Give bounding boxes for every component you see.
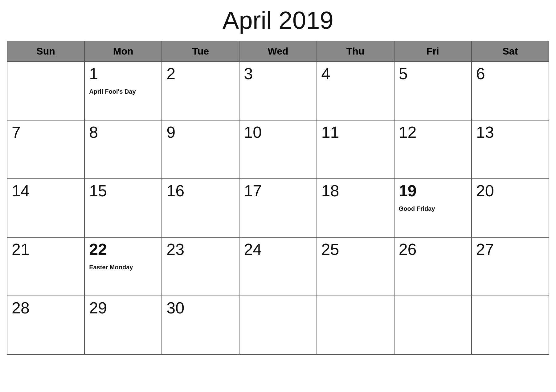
day-number: 8	[89, 124, 157, 141]
day-cell	[317, 296, 394, 354]
day-number: 28	[12, 299, 80, 317]
day-cell: 23	[162, 237, 239, 296]
day-cell: 16	[162, 179, 239, 237]
day-cell	[239, 296, 317, 354]
day-cell: 15	[84, 179, 162, 237]
calendar-container: April 2019 SunMonTueWedThuFriSat 1April …	[7, 6, 549, 355]
day-cell: 8	[84, 120, 162, 179]
day-cell: 26	[394, 237, 472, 296]
day-number: 5	[399, 65, 467, 83]
day-number: 9	[166, 124, 235, 141]
day-cell: 9	[162, 120, 239, 179]
day-number: 27	[476, 241, 544, 258]
day-cell: 10	[239, 120, 317, 179]
day-cell	[472, 296, 549, 354]
header-tue: Tue	[162, 41, 239, 62]
day-cell	[7, 62, 84, 120]
day-cell: 20	[472, 179, 549, 237]
holiday-label: Easter Monday	[89, 264, 157, 271]
day-number: 21	[12, 241, 80, 258]
day-number: 3	[244, 65, 312, 83]
day-number: 25	[321, 241, 390, 258]
day-cell: 6	[472, 62, 549, 120]
day-cell: 5	[394, 62, 472, 120]
day-cell: 28	[7, 296, 84, 354]
day-cell: 19Good Friday	[394, 179, 472, 237]
day-cell: 22Easter Monday	[84, 237, 162, 296]
header-thu: Thu	[317, 41, 394, 62]
day-cell: 3	[239, 62, 317, 120]
day-number: 29	[89, 299, 157, 317]
header-row: SunMonTueWedThuFriSat	[7, 41, 549, 62]
week-row-3: 141516171819Good Friday20	[7, 179, 549, 237]
day-number: 19	[399, 182, 467, 200]
day-number: 18	[321, 182, 390, 200]
day-number: 16	[166, 182, 235, 200]
day-number: 20	[476, 182, 544, 200]
holiday-label: Good Friday	[399, 205, 467, 212]
holiday-label: April Fool's Day	[89, 88, 157, 95]
day-cell: 29	[84, 296, 162, 354]
header-sun: Sun	[7, 41, 84, 62]
day-number: 10	[244, 124, 312, 141]
calendar-title: April 2019	[7, 6, 549, 35]
day-cell: 17	[239, 179, 317, 237]
day-cell: 7	[7, 120, 84, 179]
day-number: 12	[399, 124, 467, 141]
day-cell: 12	[394, 120, 472, 179]
day-cell: 27	[472, 237, 549, 296]
calendar-table: SunMonTueWedThuFriSat 1April Fool's Day2…	[7, 41, 549, 355]
day-cell: 13	[472, 120, 549, 179]
day-cell: 4	[317, 62, 394, 120]
day-number: 23	[166, 241, 235, 258]
day-cell: 14	[7, 179, 84, 237]
week-row-2: 78910111213	[7, 120, 549, 179]
header-sat: Sat	[472, 41, 549, 62]
day-number: 4	[321, 65, 390, 83]
day-number: 2	[166, 65, 235, 83]
day-number: 13	[476, 124, 544, 141]
day-cell	[394, 296, 472, 354]
day-number: 17	[244, 182, 312, 200]
week-row-1: 1April Fool's Day23456	[7, 62, 549, 120]
day-cell: 25	[317, 237, 394, 296]
day-number: 7	[12, 124, 80, 141]
day-number: 6	[476, 65, 544, 83]
day-cell: 2	[162, 62, 239, 120]
day-number: 11	[321, 124, 390, 141]
day-cell: 18	[317, 179, 394, 237]
header-mon: Mon	[84, 41, 162, 62]
day-number: 14	[12, 182, 80, 200]
header-fri: Fri	[394, 41, 472, 62]
week-row-5: 282930	[7, 296, 549, 354]
day-cell: 11	[317, 120, 394, 179]
day-cell: 24	[239, 237, 317, 296]
day-cell: 1April Fool's Day	[84, 62, 162, 120]
header-wed: Wed	[239, 41, 317, 62]
day-number: 22	[89, 241, 157, 258]
day-number: 30	[166, 299, 235, 317]
day-number: 24	[244, 241, 312, 258]
day-number: 1	[89, 65, 157, 83]
week-row-4: 2122Easter Monday2324252627	[7, 237, 549, 296]
day-cell: 21	[7, 237, 84, 296]
day-number: 15	[89, 182, 157, 200]
day-number: 26	[399, 241, 467, 258]
day-cell: 30	[162, 296, 239, 354]
